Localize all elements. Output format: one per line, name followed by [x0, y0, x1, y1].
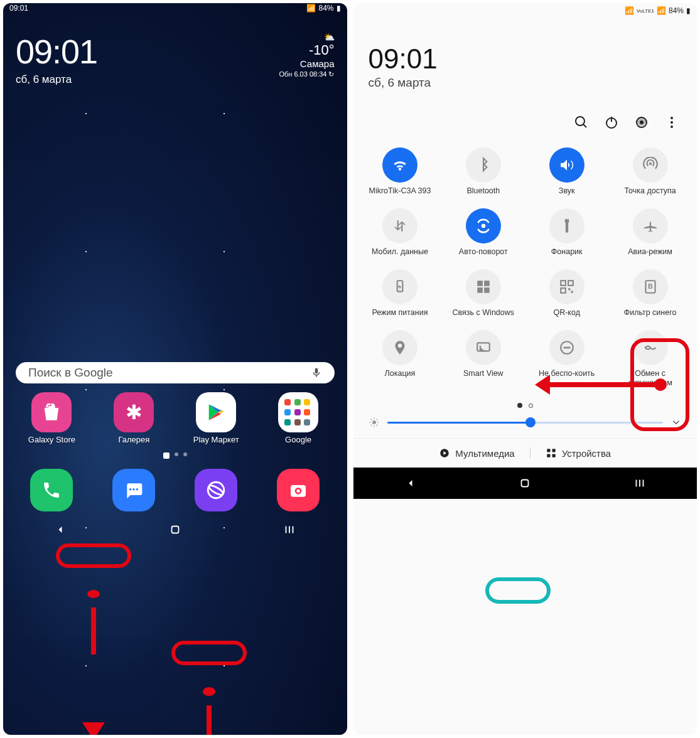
svg-rect-29 — [477, 343, 490, 351]
tile-powersave[interactable]: Режим питания — [361, 265, 439, 321]
nav-back-button[interactable] — [402, 475, 419, 491]
annotation-arrow-stem — [91, 607, 96, 654]
annotation-dot — [203, 687, 215, 696]
app-galaxy-store[interactable]: Galaxy Store — [20, 392, 83, 445]
brightness-slider[interactable] — [387, 422, 664, 424]
tile-airplane[interactable]: Авиа-режим — [611, 205, 689, 260]
nav-recents-button[interactable] — [632, 475, 648, 491]
hotspot-icon — [633, 147, 668, 183]
nav-home-button[interactable] — [167, 521, 183, 538]
status-bar[interactable]: 📶 VoLTE1 📶 84% ▮ — [353, 3, 697, 18]
svg-point-15 — [670, 126, 673, 128]
svg-rect-34 — [552, 449, 555, 452]
clock-widget[interactable]: 09:01 сб, 6 марта ⛅ -10° Самара Обн 6.03… — [3, 13, 347, 92]
dock-messages[interactable] — [112, 469, 155, 511]
media-button[interactable]: Мультимедиа — [439, 447, 514, 459]
tiles-page-indicator[interactable] — [353, 399, 697, 414]
annotation-teal-ring — [485, 577, 551, 604]
svg-rect-35 — [547, 454, 550, 457]
volte-label: VoLTE1 — [637, 8, 654, 14]
annotation-callout-right — [171, 641, 247, 665]
location-icon — [382, 330, 417, 365]
tile-hotspot[interactable]: Точка доступа — [611, 144, 689, 200]
nav-bar — [353, 468, 697, 499]
wifi-icon — [382, 147, 417, 183]
svg-rect-37 — [522, 480, 529, 487]
weather-icon: ⛅ — [279, 32, 334, 42]
mobiledata-icon — [382, 208, 417, 243]
tile-windows[interactable]: Связь с Windows — [444, 265, 522, 321]
svg-rect-24 — [561, 288, 566, 293]
airplane-icon — [633, 208, 668, 243]
status-sig-icon: 📶 — [306, 4, 316, 13]
tile-mobiledata[interactable]: Мобил. данные — [361, 205, 439, 260]
mic-icon[interactable] — [311, 365, 322, 380]
annotation-arrow-head-down — [82, 722, 105, 735]
weather-widget[interactable]: ⛅ -10° Самара Обн 6.03 08:34 ↻ — [279, 32, 334, 78]
app-google-folder[interactable]: Google — [267, 392, 330, 445]
rotate-icon — [466, 208, 501, 243]
nav-home-button[interactable] — [517, 475, 533, 491]
home-page-indicator[interactable] — [3, 445, 347, 464]
dock-camera[interactable] — [277, 469, 320, 511]
panel-time: 09:01 — [369, 43, 682, 75]
chevron-down-icon[interactable] — [670, 417, 682, 428]
svg-point-16 — [482, 224, 486, 228]
play-circle-icon — [439, 447, 450, 459]
page-dot — [529, 404, 533, 408]
wifi-icon: 📶 — [625, 6, 634, 15]
tile-flashlight[interactable]: Фонарик — [527, 205, 606, 260]
tile-sound[interactable]: Звук — [527, 144, 606, 200]
smartview-icon — [466, 330, 501, 365]
status-bar[interactable]: 09:01 📶 84% ▮ — [3, 3, 347, 13]
svg-point-13 — [670, 117, 673, 119]
svg-rect-23 — [568, 281, 573, 286]
status-time: 09:01 — [9, 4, 28, 13]
separator — [530, 447, 530, 459]
panel-date: сб, 6 марта — [369, 76, 682, 90]
dnd-icon — [549, 330, 584, 365]
tile-share[interactable]: Обмен с окружением — [611, 326, 689, 392]
windows-icon — [466, 269, 501, 304]
google-search-bar[interactable]: Поиск в Google — [16, 362, 335, 383]
more-icon[interactable] — [664, 115, 679, 130]
weather-updated: Обн 6.03 08:34 ↻ — [279, 70, 334, 78]
svg-rect-21 — [484, 287, 490, 293]
quick-settings-panel: 📶 VoLTE1 📶 84% ▮ 09:01 сб, 6 марта Mikro… — [353, 3, 697, 735]
weather-temp: -10° — [279, 42, 334, 58]
svg-point-9 — [576, 117, 584, 126]
tiles-grid: MikroTik-C3A 393 Bluetooth Звук Точка до… — [353, 136, 697, 399]
tile-qr[interactable]: QR-код — [527, 265, 606, 321]
dock-phone[interactable] — [30, 469, 73, 511]
tile-rotate[interactable]: Авто-поворот — [444, 205, 522, 260]
devices-button[interactable]: Устройства — [546, 447, 611, 459]
svg-rect-20 — [477, 287, 483, 293]
svg-point-0 — [129, 488, 131, 490]
dock-internet[interactable] — [195, 469, 237, 511]
svg-rect-18 — [477, 281, 483, 286]
tile-dnd[interactable]: Не беспо-коить — [527, 326, 606, 392]
brightness-thumb[interactable] — [525, 417, 536, 427]
tile-wifi[interactable]: MikroTik-C3A 393 — [361, 144, 439, 200]
panel-header: 09:01 сб, 6 марта — [353, 18, 697, 96]
qr-icon — [549, 269, 584, 304]
tile-location[interactable]: Локация — [361, 326, 439, 392]
app-play-store[interactable]: Play Маркет — [185, 392, 247, 445]
tile-bluefilter[interactable]: B Фильтр синего — [611, 265, 689, 321]
svg-rect-26 — [571, 291, 573, 293]
weather-city: Самара — [279, 58, 334, 69]
app-gallery[interactable]: ✱ Галерея — [102, 392, 165, 445]
tile-bluetooth[interactable]: Bluetooth — [444, 144, 522, 200]
panel-toolbar — [353, 96, 697, 136]
home-dot-icon — [163, 452, 170, 459]
gear-icon[interactable] — [634, 115, 649, 130]
nav-back-button[interactable] — [52, 521, 68, 538]
nav-recents-button[interactable] — [281, 521, 298, 538]
sound-icon — [549, 147, 584, 183]
page-dot-active — [517, 403, 522, 408]
status-battery: 84% — [669, 6, 684, 15]
svg-point-31 — [372, 420, 376, 424]
power-icon[interactable] — [604, 115, 619, 130]
tile-smartview[interactable]: Smart View — [444, 326, 522, 392]
search-icon[interactable] — [574, 115, 589, 130]
